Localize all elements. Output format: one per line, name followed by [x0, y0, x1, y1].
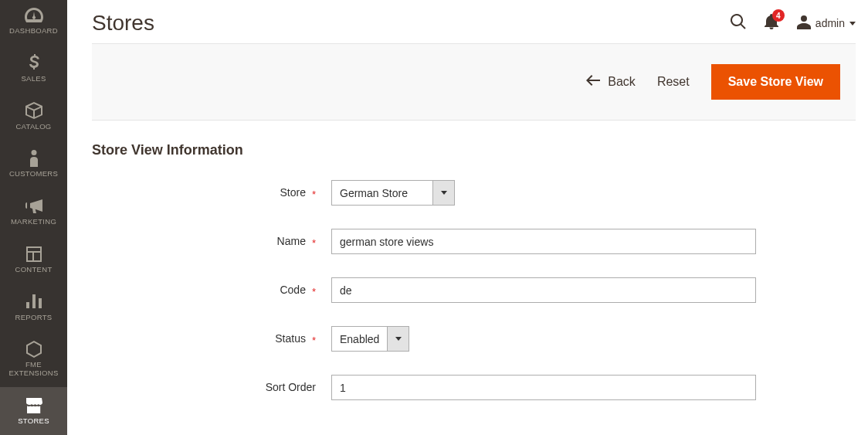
notifications-button[interactable]: 4	[765, 14, 778, 32]
save-button[interactable]: Save Store View	[711, 64, 840, 100]
sort-order-control	[331, 375, 756, 400]
sort-order-input[interactable]	[331, 375, 756, 400]
search-button[interactable]	[731, 14, 746, 32]
sidebar: DASHBOARD SALES CATALOG CUSTOMERS MARKET…	[0, 0, 67, 435]
sidebar-item-label: MARKETING	[11, 218, 56, 226]
code-input[interactable]	[331, 277, 756, 303]
sidebar-item-content[interactable]: CONTENT	[0, 236, 67, 284]
code-control	[331, 277, 756, 303]
back-button[interactable]: Back	[586, 75, 636, 89]
store-select-value: German Store	[332, 181, 432, 205]
box-icon	[25, 100, 42, 121]
sidebar-item-catalog[interactable]: CATALOG	[0, 93, 67, 141]
user-name: admin	[815, 17, 845, 29]
sidebar-item-label: CONTENT	[15, 266, 52, 274]
store-icon	[25, 395, 42, 416]
hexagon-icon	[26, 339, 42, 360]
status-select[interactable]: Enabled	[331, 326, 409, 352]
person-icon	[29, 148, 39, 169]
bars-icon	[26, 291, 42, 312]
required-marker: *	[312, 287, 316, 297]
header-actions: 4 admin	[731, 14, 856, 32]
name-label: Name *	[92, 229, 316, 247]
section-title: Store View Information	[92, 142, 856, 158]
arrow-left-icon	[586, 75, 600, 89]
sidebar-item-label: CUSTOMERS	[9, 170, 58, 178]
page-header: Stores 4 admin	[92, 0, 856, 43]
megaphone-icon	[25, 195, 42, 216]
dollar-icon	[29, 53, 39, 73]
sidebar-item-label: REPORTS	[15, 314, 53, 322]
layout-icon	[26, 243, 42, 264]
main-content: Stores 4 admin	[67, 0, 868, 435]
code-label: Code *	[92, 277, 316, 296]
sidebar-item-stores[interactable]: STORES	[0, 387, 67, 435]
sidebar-item-label: FME EXTENSIONS	[3, 361, 64, 378]
chevron-down-icon	[849, 22, 856, 25]
required-marker: *	[312, 335, 316, 345]
dashboard-icon	[25, 5, 43, 25]
name-control	[331, 229, 756, 254]
page-title: Stores	[92, 11, 154, 36]
store-select[interactable]: German Store	[331, 180, 455, 206]
sidebar-item-label: DASHBOARD	[9, 27, 58, 36]
notification-badge: 4	[772, 9, 785, 22]
store-control: German Store	[331, 180, 756, 206]
status-control: Enabled	[331, 326, 756, 352]
sidebar-item-label: STORES	[18, 417, 49, 426]
name-input[interactable]	[331, 229, 756, 254]
search-icon	[731, 14, 746, 32]
chevron-down-icon	[387, 327, 409, 351]
person-icon	[797, 15, 811, 32]
back-label: Back	[608, 75, 636, 89]
chevron-down-icon	[432, 181, 454, 205]
user-menu[interactable]: admin	[797, 15, 856, 32]
required-marker: *	[312, 238, 316, 248]
sidebar-item-customers[interactable]: CUSTOMERS	[0, 141, 67, 189]
store-label: Store *	[92, 180, 316, 199]
sidebar-item-label: SALES	[21, 75, 46, 83]
store-view-form: Store * German Store Name * Code * Statu…	[92, 180, 856, 400]
sidebar-item-label: CATALOG	[15, 123, 51, 131]
sidebar-item-reports[interactable]: REPORTS	[0, 284, 67, 331]
status-select-value: Enabled	[332, 327, 387, 351]
sidebar-item-dashboard[interactable]: DASHBOARD	[0, 0, 67, 45]
sidebar-item-sales[interactable]: SALES	[0, 45, 67, 93]
sort-order-label: Sort Order	[92, 375, 316, 393]
sidebar-item-marketing[interactable]: MARKETING	[0, 188, 67, 236]
action-toolbar: Back Reset Save Store View	[92, 43, 856, 121]
required-marker: *	[312, 189, 316, 199]
reset-button[interactable]: Reset	[657, 75, 690, 89]
sidebar-item-fme[interactable]: FME EXTENSIONS	[0, 331, 67, 387]
status-label: Status *	[92, 326, 316, 345]
